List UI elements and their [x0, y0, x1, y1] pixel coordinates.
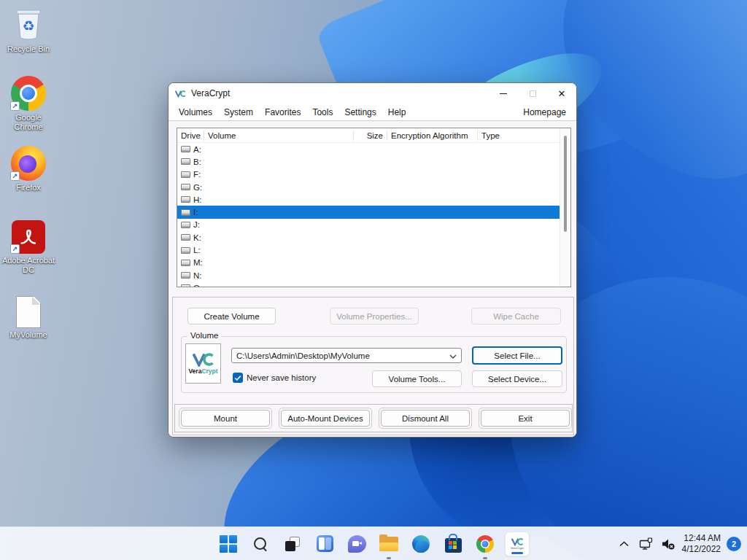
menu-homepage[interactable]: Homepage: [522, 105, 568, 120]
mount-button[interactable]: Mount: [181, 410, 270, 427]
chevron-down-icon[interactable]: [449, 351, 457, 360]
drive-row-b[interactable]: B:: [177, 155, 560, 168]
menu-help[interactable]: Help: [382, 105, 412, 120]
volume-path-value: C:\Users\Admin\Desktop\MyVolume: [236, 351, 370, 360]
menu-settings[interactable]: Settings: [338, 105, 382, 120]
drive-row-a[interactable]: A:: [177, 143, 560, 155]
menu-system[interactable]: System: [218, 105, 259, 120]
chat-button[interactable]: [341, 527, 373, 560]
volume-group: Volume VeraCrypt C:\Users\Admin\Desktop\…: [181, 336, 567, 393]
drive-icon: [181, 146, 190, 152]
search-icon: [252, 536, 268, 552]
create-volume-button[interactable]: Create Volume: [187, 308, 276, 324]
taskbar: VeraCrypt: [0, 526, 747, 560]
close-button[interactable]: ✕: [547, 83, 576, 104]
chat-icon: [348, 535, 366, 553]
edge-button[interactable]: [405, 527, 437, 560]
chrome-button[interactable]: [469, 527, 501, 560]
desktop-icon-google-chrome[interactable]: ↗ Google Chrome: [1, 73, 55, 131]
desktop-icon-adobe-acrobat[interactable]: ↗ Adobe Acrobat DC: [1, 216, 55, 274]
file-icon: [1, 290, 55, 328]
veracrypt-window: VeraCrypt ✕ VolumesSystemFavoritesToolsS…: [168, 82, 577, 438]
file-explorer-button[interactable]: [373, 527, 405, 560]
menu-volumes[interactable]: Volumes: [173, 105, 218, 120]
exit-button[interactable]: Exit: [481, 410, 570, 427]
column-header-encryption-algorithm[interactable]: Encryption Algorithm: [387, 131, 478, 141]
drive-letter: O:: [193, 284, 202, 287]
hidden-icons-chevron[interactable]: [616, 536, 632, 552]
drive-row-j[interactable]: J:: [177, 219, 560, 231]
drive-row-h[interactable]: H:: [177, 193, 560, 206]
drive-list-scrollbar[interactable]: [560, 128, 570, 287]
svg-text:♻: ♻: [22, 18, 34, 34]
network-icon[interactable]: [638, 536, 654, 552]
auto-mount-devices-button[interactable]: Auto-Mount Devices: [281, 410, 370, 427]
search-button[interactable]: [244, 527, 276, 560]
running-indicator: [483, 557, 487, 559]
volume-group-label: Volume: [187, 331, 221, 340]
drive-icon: [181, 260, 190, 266]
drive-list[interactable]: DriveVolumeSizeEncryption AlgorithmType …: [177, 128, 571, 287]
select-device-button[interactable]: Select Device...: [472, 370, 562, 387]
menu-bar-items: VolumesSystemFavoritesToolsSettingsHelp: [173, 105, 411, 120]
drive-icon: [181, 234, 190, 241]
drive-letter: H:: [193, 195, 202, 204]
drive-row-g[interactable]: G:: [177, 181, 560, 193]
drive-letter: M:: [193, 258, 203, 267]
desktop-icon-label: Recycle Bin: [1, 44, 55, 54]
clock[interactable]: 12:44 AM 4/12/2022: [682, 533, 721, 555]
menu-favorites[interactable]: Favorites: [259, 105, 306, 120]
select-file-button[interactable]: Select File...: [472, 346, 562, 365]
drive-row-n[interactable]: N:: [177, 269, 560, 281]
volume-tools-button[interactable]: Volume Tools...: [372, 370, 462, 387]
drive-row-f[interactable]: F:: [177, 168, 560, 181]
drive-row-i[interactable]: I:: [177, 206, 560, 218]
never-save-history-row[interactable]: Never save history: [233, 373, 316, 383]
desktop-icon-myvolume[interactable]: MyVolume: [1, 290, 55, 340]
dismount-all-button[interactable]: Dismount All: [381, 410, 470, 427]
desktop-icon-firefox[interactable]: ↗ Firefox: [1, 143, 55, 192]
column-header-volume[interactable]: Volume: [204, 131, 354, 141]
chrome-icon: ↗: [1, 73, 55, 111]
column-header-type[interactable]: Type: [478, 131, 560, 141]
desktop-icon-recycle-bin[interactable]: ♻ Recycle Bin: [1, 4, 55, 54]
minimize-button[interactable]: [489, 83, 518, 104]
drive-row-k[interactable]: K:: [177, 231, 560, 244]
title-bar[interactable]: VeraCrypt ✕: [169, 83, 576, 104]
window-client-area: DriveVolumeSizeEncryption AlgorithmType …: [169, 120, 576, 437]
drive-icon: [181, 222, 190, 228]
maximize-button: [518, 83, 547, 104]
never-save-history-checkbox[interactable]: [233, 373, 243, 383]
drive-row-m[interactable]: M:: [177, 257, 560, 269]
drive-row-l[interactable]: L:: [177, 244, 560, 256]
drive-icon: [181, 247, 190, 254]
menu-tools[interactable]: Tools: [306, 105, 338, 120]
volume-path-combobox[interactable]: C:\Users\Admin\Desktop\MyVolume: [231, 348, 462, 363]
window-title: VeraCrypt: [191, 88, 230, 98]
drive-icon: [181, 196, 190, 203]
tray-date: 4/12/2022: [682, 544, 721, 555]
menu-bar: VolumesSystemFavoritesToolsSettingsHelp …: [169, 104, 576, 120]
column-header-size[interactable]: Size: [354, 131, 387, 141]
volume-muted-icon[interactable]: [660, 536, 676, 552]
widgets-icon: [317, 535, 333, 552]
veracrypt-taskbar-button[interactable]: VeraCrypt: [501, 527, 533, 560]
drive-icon: [181, 272, 190, 279]
column-header-drive[interactable]: Drive: [177, 131, 204, 141]
task-view-icon: [285, 536, 301, 552]
desktop-icon-label: Firefox: [1, 183, 55, 192]
task-view-button[interactable]: [276, 527, 309, 560]
desktop-wallpaper: ♻ Recycle Bin ↗ Google Chrome ↗ Firefox …: [0, 0, 747, 560]
recycle-bin-icon: ♻: [1, 4, 55, 42]
adobe-acrobat-icon: ↗: [1, 216, 55, 254]
store-button[interactable]: [437, 527, 469, 560]
lower-panel: Create Volume Volume Properties... Wipe …: [172, 297, 574, 435]
notification-badge[interactable]: 2: [727, 537, 741, 551]
scrollbar-thumb[interactable]: [564, 136, 567, 232]
start-button[interactable]: [212, 527, 244, 560]
drive-icon: [181, 284, 190, 287]
widgets-button[interactable]: [309, 527, 341, 560]
mount-button-frame: Mount: [179, 408, 272, 429]
drive-row-o[interactable]: O:: [177, 281, 560, 287]
desktop-icon-label: Adobe Acrobat DC: [1, 256, 55, 274]
